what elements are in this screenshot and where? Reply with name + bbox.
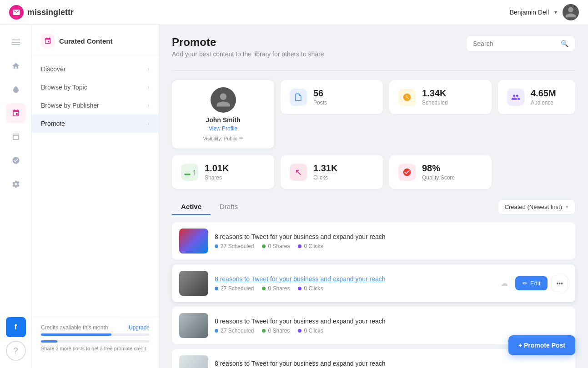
tab-drafts[interactable]: Drafts <box>211 199 247 215</box>
meta-shares: 0 Shares <box>262 285 290 292</box>
panel-header-title: Curated Content <box>59 37 113 45</box>
promote-post-button[interactable]: + Promote Post <box>508 335 575 355</box>
article-actions: ☁ ✏ Edit ••• <box>501 276 568 291</box>
edit-pencil-icon: ✏ <box>523 280 528 287</box>
topnav-right: Benjamin Dell ▾ <box>510 4 579 20</box>
posts-value: 56 <box>313 88 327 99</box>
audience-icon <box>507 89 524 106</box>
credits-label: Credits available this month <box>41 324 108 331</box>
article-item: 8 reasons to Tweet for your business and… <box>172 264 575 302</box>
clicks-dot <box>298 244 302 248</box>
promote-progress-fill <box>41 340 57 343</box>
article-body: 8 reasons to Tweet for your business and… <box>215 318 568 334</box>
meta-scheduled: 27 Scheduled <box>215 243 254 249</box>
topnav: missinglettr Benjamin Dell ▾ <box>0 0 588 25</box>
visibility-text: Visibility: Public <box>203 136 237 141</box>
stats-row-2: ↑ 1.01K Shares ↖ 1.31K Clicks <box>172 155 575 189</box>
menu-item-browse-topic[interactable]: Browse by Topic › <box>32 78 159 96</box>
promote-top-row: Promote Add your best content to the lib… <box>172 36 575 67</box>
article-meta: 27 Scheduled 0 Shares 0 Clicks <box>215 243 568 249</box>
sidebar-analytics-btn[interactable] <box>6 150 26 170</box>
edit-button[interactable]: ✏ Edit <box>515 276 548 290</box>
shares-label: Shares <box>205 174 229 181</box>
tabs: Active Drafts <box>172 199 247 215</box>
credits-progress-fill <box>41 333 111 336</box>
chevron-icon: › <box>148 85 150 90</box>
clicks-label: Clicks <box>313 174 337 181</box>
shares-value: 1.01K <box>205 163 229 174</box>
logo-area: missinglettr <box>9 5 74 20</box>
view-profile-link[interactable]: View Profile <box>179 125 267 132</box>
panel-menu: Discover › Browse by Topic › Browse by P… <box>32 55 159 317</box>
meta-scheduled: 27 Scheduled <box>215 328 254 334</box>
posts-stat-text: 56 Posts <box>313 88 327 106</box>
stat-audience: 4.65M Audience <box>498 80 575 114</box>
chevron-icon: › <box>148 103 150 108</box>
stat-posts: 56 Posts <box>281 80 383 114</box>
svg-rect-2 <box>12 45 20 45</box>
quality-value: 98% <box>422 163 455 174</box>
quality-stat-text: 98% Quality Score <box>422 163 455 181</box>
article-thumbnail <box>179 229 208 254</box>
search-input[interactable] <box>473 40 557 47</box>
upgrade-link[interactable]: Upgrade <box>129 324 150 331</box>
left-sidebar: f ? <box>0 25 32 368</box>
sidebar-settings-btn[interactable] <box>6 174 26 194</box>
main-content: Promote Add your best content to the lib… <box>159 25 588 368</box>
sidebar-menu-btn[interactable] <box>6 32 26 52</box>
article-title: 8 reasons to Tweet for your business and… <box>215 233 568 240</box>
scheduled-stat-text: 1.34K Scheduled <box>422 88 448 106</box>
chevron-icon: › <box>148 121 150 126</box>
sidebar-curated-btn[interactable] <box>6 103 26 123</box>
profile-avatar <box>211 87 236 113</box>
more-options-button[interactable]: ••• <box>551 276 568 291</box>
article-thumbnail <box>179 313 208 338</box>
audience-stat-text: 4.65M Audience <box>531 88 556 106</box>
shares-dot <box>262 287 266 290</box>
page-subtitle: Add your best content to the library for… <box>172 50 324 58</box>
credits-progress-bg <box>41 333 150 336</box>
promote-credit-text: Share 3 more posts to get a free promote… <box>41 346 146 351</box>
stats-row-1: 56 Posts 1.34K Scheduled <box>172 80 575 149</box>
svg-rect-1 <box>12 42 20 43</box>
user-dropdown-chevron[interactable]: ▾ <box>554 9 557 15</box>
sort-label: Created (Newest first) <box>505 204 562 210</box>
search-bar[interactable]: 🔍 <box>466 36 575 51</box>
shares-dot <box>262 244 266 248</box>
shares-dot <box>262 329 266 333</box>
sidebar-calendar-btn[interactable] <box>6 127 26 147</box>
sidebar-facebook-btn[interactable]: f <box>6 317 26 337</box>
menu-item-promote[interactable]: Promote › <box>32 114 159 133</box>
chevron-icon: › <box>148 66 150 72</box>
menu-item-discover[interactable]: Discover › <box>32 60 159 78</box>
user-avatar[interactable] <box>563 4 579 20</box>
visibility-edit-icon[interactable]: ✏ <box>239 135 243 141</box>
profile-card: John Smith View Profile Visibility: Publ… <box>172 80 274 149</box>
profile-visibility: Visibility: Public ✏ <box>179 135 267 141</box>
scheduled-dot <box>215 244 218 248</box>
sidebar-help-btn[interactable]: ? <box>6 341 26 361</box>
clicks-icon: ↖ <box>290 164 307 181</box>
clicks-dot <box>298 287 302 290</box>
article-thumbnail <box>179 355 208 368</box>
divider <box>172 70 575 71</box>
audience-value: 4.65M <box>531 88 556 99</box>
app-name: missinglettr <box>27 8 74 17</box>
sidebar-home-btn[interactable] <box>6 56 26 76</box>
menu-item-browse-publisher[interactable]: Browse by Publisher › <box>32 96 159 114</box>
sort-chevron-icon: ▾ <box>566 204 568 210</box>
search-icon: 🔍 <box>561 40 568 47</box>
meta-scheduled: 27 Scheduled <box>215 285 254 292</box>
tab-active[interactable]: Active <box>172 199 211 215</box>
logo-icon <box>9 5 24 20</box>
scheduled-dot <box>215 287 218 290</box>
tabs-row: Active Drafts Created (Newest first) ▾ <box>172 199 575 215</box>
meta-shares: 0 Shares <box>262 243 290 249</box>
sidebar-droplet-btn[interactable] <box>6 80 26 99</box>
user-name: Benjamin Dell <box>510 9 549 16</box>
posts-label: Posts <box>313 99 327 106</box>
svg-rect-0 <box>12 40 20 40</box>
article-item: 8 reasons to Tweet for your business and… <box>172 222 575 260</box>
sort-dropdown[interactable]: Created (Newest first) ▾ <box>498 199 575 214</box>
article-body: 8 reasons to Tweet for your business and… <box>215 360 568 368</box>
